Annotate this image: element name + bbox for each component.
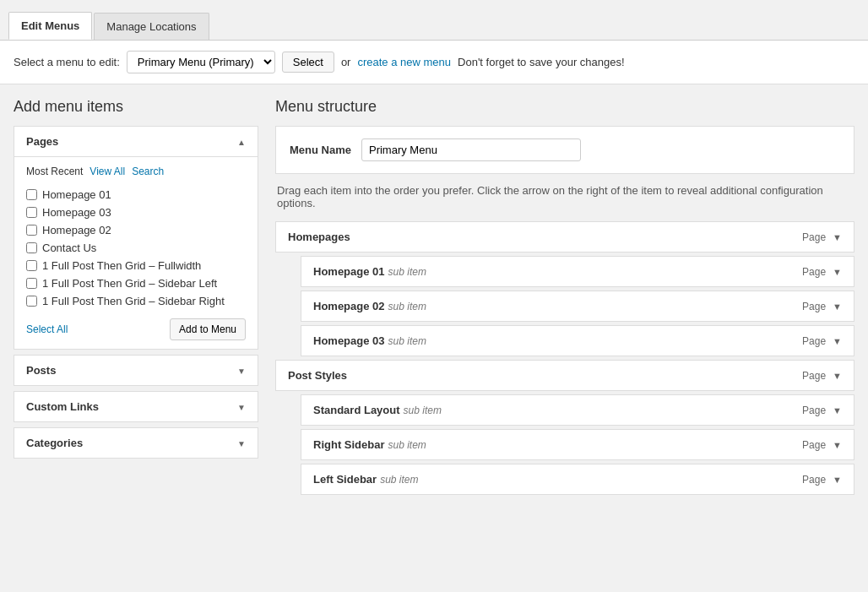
standard-layout-sub-dropdown-icon[interactable]: ▼ (833, 405, 842, 415)
menu-item-left-sidebar-sub[interactable]: Left Sidebar sub item Page ▼ (301, 464, 854, 495)
homepage-02-sub-right: Page ▼ (802, 301, 842, 312)
homepage-03-sub-page-type: Page (802, 335, 826, 347)
menu-select[interactable]: Primary Menu (Primary) (127, 51, 275, 73)
tab-manage-locations[interactable]: Manage Locations (94, 13, 209, 40)
standard-layout-sub-page-type: Page (802, 405, 826, 416)
homepage-02-sub-dropdown-icon[interactable]: ▼ (833, 301, 842, 312)
right-sidebar-sub-label-group: Right Sidebar sub item (313, 438, 426, 451)
create-new-menu-link[interactable]: create a new menu (357, 56, 451, 68)
homepage-02-label: Homepage 02 (42, 224, 111, 236)
post-styles-type: Page (802, 370, 826, 382)
post-styles-dropdown-icon[interactable]: ▼ (833, 371, 842, 381)
posts-accordion-label: Posts (26, 364, 56, 377)
sub-tab-most-recent[interactable]: Most Recent (26, 166, 83, 177)
sub-tab-view-all[interactable]: View All (90, 166, 125, 177)
custom-links-chevron-icon (237, 400, 246, 413)
sidebar-right-label: 1 Full Post Then Grid – Sidebar Right (42, 295, 225, 307)
pages-accordion-header[interactable]: Pages (14, 127, 258, 156)
menu-item-post-styles[interactable]: Post Styles Page ▼ (275, 360, 854, 391)
post-styles-item-right: Page ▼ (802, 370, 842, 382)
homepage-01-sub-page-type: Page (802, 266, 826, 278)
left-sidebar-sub-dropdown-icon[interactable]: ▼ (833, 475, 842, 485)
homepage-03-sub-dropdown-icon[interactable]: ▼ (833, 336, 842, 346)
left-sidebar-sub-type: sub item (380, 474, 418, 486)
categories-chevron-icon (237, 437, 246, 449)
left-sidebar-sub-text: Left Sidebar (313, 473, 377, 486)
homepage-01-sub-label-group: Homepage 01 sub item (313, 265, 426, 278)
sidebar-left-checkbox[interactable] (26, 278, 37, 289)
right-sidebar-sub-page-type: Page (802, 439, 826, 451)
tab-bar: Edit Menus Manage Locations (0, 0, 868, 41)
homepage-01-sub-dropdown-icon[interactable]: ▼ (833, 267, 842, 277)
menu-name-row: Menu Name (275, 126, 854, 174)
right-sidebar-sub-right: Page ▼ (802, 439, 842, 451)
menu-item-homepage-03-sub[interactable]: Homepage 03 sub item Page ▼ (301, 325, 854, 356)
sidebar-right-checkbox[interactable] (26, 296, 37, 307)
pages-checkbox-list: Homepage 01 Homepage 03 Homepage 02 Cont… (26, 186, 246, 310)
post-styles-label: Post Styles (288, 369, 347, 382)
standard-layout-sub-label-group: Standard Layout sub item (313, 404, 442, 416)
menu-name-input[interactable] (361, 138, 581, 161)
custom-links-accordion-header[interactable]: Custom Links (14, 392, 258, 421)
posts-chevron-icon (237, 364, 246, 377)
homepage-02-sub-label-group: Homepage 02 sub item (313, 300, 426, 312)
standard-layout-sub-text: Standard Layout (313, 404, 400, 416)
sub-tab-search[interactable]: Search (132, 166, 164, 177)
homepage-03-checkbox[interactable] (26, 207, 37, 218)
right-sidebar-sub-dropdown-icon[interactable]: ▼ (833, 440, 842, 450)
homepage-01-sub-type: sub item (388, 266, 426, 278)
list-item: Homepage 03 (26, 204, 246, 221)
homepage-01-label: Homepage 01 (42, 188, 111, 201)
homepage-03-sub-label-group: Homepage 03 sub item (313, 334, 426, 347)
select-button[interactable]: Select (282, 52, 334, 73)
list-item: Homepage 01 (26, 186, 246, 204)
menu-item-homepage-01-sub[interactable]: Homepage 01 sub item Page ▼ (301, 256, 854, 287)
standard-layout-sub-right: Page ▼ (802, 405, 842, 416)
reminder-text: Don't forget to save your changes! (458, 56, 625, 68)
homepage-02-sub-page-type: Page (802, 301, 826, 312)
menu-structure: Homepages Page ▼ Homepage 01 sub item Pa… (275, 221, 854, 495)
posts-accordion: Posts (14, 355, 258, 386)
custom-links-accordion-label: Custom Links (26, 400, 99, 413)
menu-item-right-sidebar-sub[interactable]: Right Sidebar sub item Page ▼ (301, 429, 854, 460)
add-to-menu-button[interactable]: Add to Menu (170, 318, 246, 340)
homepage-01-checkbox[interactable] (26, 189, 37, 200)
menu-item-homepage-02-sub[interactable]: Homepage 02 sub item Page ▼ (301, 291, 854, 322)
homepages-label: Homepages (288, 231, 350, 243)
tab-edit-menus[interactable]: Edit Menus (8, 12, 92, 40)
list-item: 1 Full Post Then Grid – Sidebar Left (26, 274, 246, 292)
categories-accordion-header[interactable]: Categories (14, 428, 258, 458)
left-sidebar-sub-right: Page ▼ (802, 474, 842, 486)
fullwidth-label: 1 Full Post Then Grid – Fullwidth (42, 259, 201, 272)
list-item: Contact Us (26, 239, 246, 257)
right-sidebar-sub-type: sub item (388, 439, 426, 451)
left-panel: Add menu items Pages Most Recent View Al… (14, 98, 258, 498)
homepages-type: Page (802, 231, 826, 243)
right-sidebar-sub-text: Right Sidebar (313, 438, 385, 451)
fullwidth-checkbox[interactable] (26, 260, 37, 271)
homepage-03-sub-text: Homepage 03 (313, 334, 385, 347)
homepages-dropdown-icon[interactable]: ▼ (833, 232, 842, 242)
select-all-link[interactable]: Select All (26, 323, 68, 335)
or-text: or (341, 56, 351, 68)
posts-accordion-header[interactable]: Posts (14, 356, 258, 385)
homepage-02-checkbox[interactable] (26, 225, 37, 236)
menu-structure-heading: Menu structure (275, 98, 854, 116)
categories-accordion-label: Categories (26, 437, 83, 449)
sidebar-left-label: 1 Full Post Then Grid – Sidebar Left (42, 277, 217, 290)
homepage-03-label: Homepage 03 (42, 206, 111, 219)
contact-us-checkbox[interactable] (26, 242, 37, 253)
homepage-03-sub-type: sub item (388, 335, 426, 347)
menu-item-homepages[interactable]: Homepages Page ▼ (275, 221, 854, 253)
standard-layout-sub-type: sub item (404, 405, 442, 416)
toolbar: Select a menu to edit: Primary Menu (Pri… (0, 41, 868, 84)
add-menu-items-heading: Add menu items (14, 98, 258, 116)
pages-accordion-body: Most Recent View All Search Homepage 01 … (14, 156, 258, 349)
menu-item-standard-layout-sub[interactable]: Standard Layout sub item Page ▼ (301, 394, 854, 426)
list-item: 1 Full Post Then Grid – Fullwidth (26, 257, 246, 274)
pages-sub-tabs: Most Recent View All Search (26, 166, 246, 177)
list-item: Homepage 02 (26, 221, 246, 239)
categories-accordion: Categories (14, 427, 258, 459)
main-content: Add menu items Pages Most Recent View Al… (0, 84, 868, 512)
homepage-03-sub-right: Page ▼ (802, 335, 842, 347)
